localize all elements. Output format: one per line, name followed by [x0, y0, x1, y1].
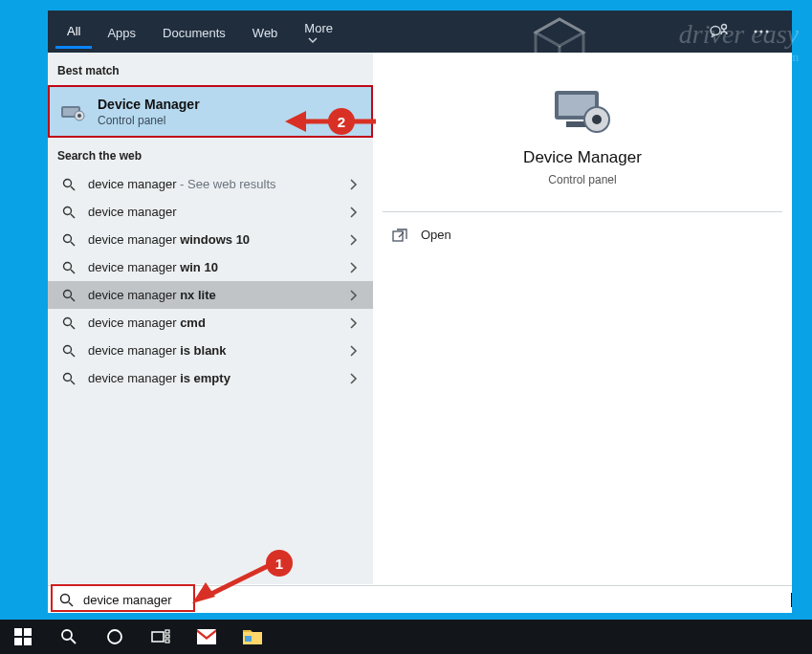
search-icon: [61, 289, 77, 302]
web-result-text: device manager win 10: [88, 260, 339, 274]
search-icon: [61, 344, 77, 358]
svg-point-28: [62, 630, 72, 640]
tab-documents[interactable]: Documents: [151, 16, 237, 48]
search-icon: [59, 593, 74, 607]
open-icon: [392, 229, 407, 242]
best-match-device-manager[interactable]: Device Manager Control panel: [48, 85, 373, 138]
svg-marker-38: [536, 19, 583, 46]
cortana-button[interactable]: [92, 620, 138, 654]
tab-web[interactable]: Web: [241, 16, 290, 48]
svg-rect-30: [152, 632, 164, 642]
chevron-right-icon[interactable]: [339, 317, 367, 329]
search-web-label: Search the web: [48, 138, 373, 170]
watermark-title: driver easy: [679, 19, 799, 50]
web-result[interactable]: device manager cmd: [48, 309, 373, 337]
svg-rect-31: [165, 630, 169, 633]
search-icon: [61, 178, 77, 191]
web-result[interactable]: device manager windows 10: [48, 226, 373, 253]
chevron-right-icon[interactable]: [339, 373, 367, 384]
svg-rect-26: [14, 638, 22, 645]
search-input[interactable]: [83, 593, 793, 607]
web-result-text: device manager cmd: [88, 316, 339, 330]
gmail-app-icon[interactable]: [184, 620, 230, 654]
web-result-text: device manager is blank: [88, 343, 339, 358]
tab-more[interactable]: More: [293, 11, 344, 53]
start-button[interactable]: [0, 620, 46, 654]
taskbar: [0, 620, 812, 654]
svg-point-29: [108, 630, 121, 643]
task-view-button[interactable]: [138, 620, 184, 654]
web-result-text: device manager windows 10: [88, 232, 339, 247]
web-result[interactable]: device manager nx lite: [48, 281, 373, 309]
detail-title: Device Manager: [373, 148, 792, 167]
best-match-title: Device Manager: [98, 97, 200, 112]
watermark: driver easy www.DriverEasy.com: [679, 19, 799, 65]
search-icon: [61, 316, 77, 330]
svg-point-14: [64, 317, 72, 325]
svg-point-21: [592, 115, 602, 124]
watermark-url: www.DriverEasy.com: [679, 50, 799, 65]
web-result[interactable]: device manager is blank: [48, 337, 373, 364]
svg-point-8: [77, 114, 81, 118]
search-icon: [61, 233, 77, 247]
svg-point-16: [64, 373, 72, 381]
detail-subtitle: Control panel: [373, 173, 792, 186]
web-result-text: device manager - See web results: [88, 177, 339, 191]
taskbar-search-button[interactable]: [46, 620, 92, 654]
chevron-right-icon[interactable]: [339, 179, 367, 190]
svg-point-9: [64, 179, 72, 186]
chevron-right-icon[interactable]: [339, 207, 367, 218]
file-explorer-icon[interactable]: [230, 620, 275, 654]
open-label: Open: [421, 228, 451, 242]
chevron-right-icon[interactable]: [339, 290, 367, 301]
web-result[interactable]: device manager win 10: [48, 253, 373, 281]
search-icon: [61, 206, 77, 219]
search-icon: [61, 372, 77, 385]
search-icon: [61, 261, 77, 274]
results-right: Device Manager Control panel Open: [373, 53, 792, 584]
svg-rect-24: [14, 628, 22, 636]
svg-rect-36: [245, 636, 252, 642]
web-result-text: device manager: [88, 205, 339, 219]
best-match-subtitle: Control panel: [98, 114, 200, 127]
divider: [383, 211, 782, 212]
web-result[interactable]: device manager - See web results: [48, 170, 373, 198]
svg-rect-22: [393, 231, 403, 241]
chevron-right-icon[interactable]: [339, 262, 367, 273]
results-left: Best match Device Manager Control panel …: [48, 53, 373, 584]
svg-point-10: [64, 207, 72, 214]
svg-point-11: [64, 234, 72, 242]
search-panel: All Apps Documents Web More Best match: [48, 11, 792, 605]
svg-point-15: [64, 345, 72, 353]
chevron-right-icon[interactable]: [339, 234, 367, 246]
web-result-text: device manager nx lite: [88, 288, 339, 302]
svg-rect-25: [24, 628, 32, 636]
tab-apps[interactable]: Apps: [96, 16, 147, 48]
svg-rect-27: [24, 638, 32, 645]
web-result[interactable]: device manager: [48, 198, 373, 226]
svg-rect-33: [165, 640, 169, 643]
tab-all[interactable]: All: [55, 14, 92, 49]
svg-point-12: [64, 262, 72, 270]
chevron-right-icon[interactable]: [339, 345, 367, 357]
svg-rect-32: [165, 635, 169, 638]
svg-point-23: [61, 594, 70, 602]
web-result-text: device manager is empty: [88, 371, 339, 385]
web-result[interactable]: device manager is empty: [48, 364, 373, 392]
device-manager-large-icon: [549, 83, 616, 137]
best-match-label: Best match: [48, 53, 373, 85]
device-manager-icon: [59, 98, 86, 125]
open-action[interactable]: Open: [373, 222, 792, 248]
search-input-row[interactable]: [48, 585, 792, 613]
svg-point-13: [64, 290, 72, 297]
